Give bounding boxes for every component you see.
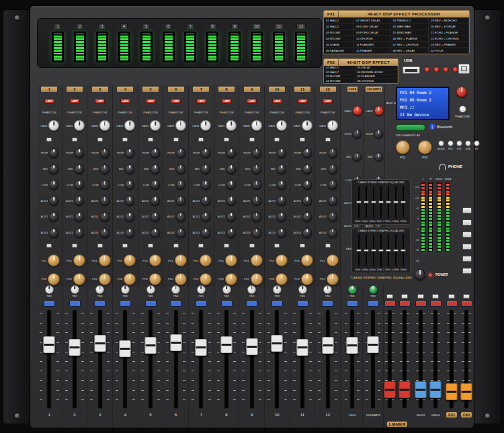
pfl-button[interactable]	[46, 244, 52, 248]
mid-eq-knob[interactable]	[201, 164, 210, 174]
phones-level-knob[interactable]	[415, 269, 425, 280]
low-eq-knob[interactable]	[75, 180, 84, 189]
mode-button-2[interactable]	[456, 140, 462, 146]
channel-fader-track[interactable]	[290, 309, 315, 410]
channel-fader-cap[interactable]	[145, 337, 157, 354]
mid-eq-knob[interactable]	[125, 164, 134, 174]
mute-button[interactable]	[446, 301, 458, 307]
phantom-48v-button[interactable]: +48V	[95, 99, 105, 104]
pan-knob[interactable]	[369, 285, 378, 294]
channel-fader-cap[interactable]	[94, 335, 106, 352]
mute-button[interactable]	[145, 301, 157, 307]
pan-knob[interactable]	[222, 285, 231, 294]
fx-fader-cap[interactable]	[461, 383, 472, 400]
mid-eq-knob[interactable]	[226, 164, 236, 174]
gain-knob[interactable]	[48, 120, 59, 131]
eq-band-slider-1[interactable]	[363, 234, 369, 267]
mid-eq-knob[interactable]	[353, 152, 362, 161]
mid-eq-knob[interactable]	[252, 164, 261, 174]
aux2-knob[interactable]	[201, 212, 210, 222]
fx1-send-knob[interactable]	[200, 254, 212, 267]
group-fader-track[interactable]	[413, 309, 428, 410]
aux1-knob[interactable]	[176, 196, 185, 205]
assign-button-5[interactable]	[462, 256, 472, 262]
aux2-knob[interactable]	[100, 212, 110, 222]
aux3-knob[interactable]	[75, 228, 84, 238]
gain-knob[interactable]	[276, 120, 287, 131]
fx-fader-cap[interactable]	[446, 383, 458, 400]
high-eq-knob[interactable]	[252, 148, 261, 158]
aux3-knob[interactable]	[302, 228, 312, 238]
fx-master-knob-0[interactable]	[396, 140, 410, 154]
pfl-button[interactable]	[72, 244, 77, 248]
fx-master-knob-1[interactable]	[418, 140, 432, 154]
mute-button[interactable]	[322, 301, 333, 307]
aux2-knob[interactable]	[226, 212, 236, 222]
phantom-48v-button[interactable]: +48V	[70, 99, 80, 104]
channel-fader-cap[interactable]	[196, 339, 207, 356]
low-eq-knob[interactable]	[252, 180, 261, 189]
aux3-knob[interactable]	[100, 228, 110, 238]
aux3-knob[interactable]	[328, 228, 337, 238]
lowcut-button[interactable]	[72, 138, 77, 142]
pfl-button[interactable]	[224, 244, 229, 248]
pan-knob[interactable]	[348, 285, 357, 294]
fx1-send-knob[interactable]	[301, 254, 313, 267]
stereo-fader-track[interactable]	[342, 309, 362, 410]
fx1-send-knob[interactable]	[276, 254, 288, 267]
mute-button[interactable]	[347, 301, 358, 307]
low-eq-knob[interactable]	[100, 180, 110, 189]
aux1-knob[interactable]	[75, 196, 84, 205]
mid-eq-knob[interactable]	[374, 152, 383, 161]
high-eq-knob[interactable]	[201, 148, 210, 158]
lowcut-button[interactable]	[249, 138, 255, 142]
fx1-send-knob[interactable]	[327, 254, 339, 267]
pan-knob[interactable]	[197, 285, 206, 294]
fx-fader-track[interactable]	[444, 309, 459, 410]
phantom-48v-button[interactable]: +48V	[120, 99, 130, 104]
low-eq-knob[interactable]	[328, 180, 337, 189]
mute-button[interactable]	[170, 301, 181, 307]
media-button-2[interactable]	[433, 66, 439, 73]
mid-eq-knob[interactable]	[151, 164, 160, 174]
aux1-knob[interactable]	[151, 196, 160, 205]
pan-knob[interactable]	[146, 285, 155, 294]
aux3-knob[interactable]	[226, 228, 236, 238]
gain-knob[interactable]	[175, 120, 186, 131]
gain-knob[interactable]	[124, 120, 135, 131]
channel-fader-cap[interactable]	[170, 334, 181, 351]
phantom-48v-button[interactable]: +48V	[323, 99, 333, 104]
gain-knob[interactable]	[99, 120, 110, 131]
channel-fader-track[interactable]	[113, 309, 138, 410]
pan-knob[interactable]	[323, 285, 332, 294]
eq-band-slider-5[interactable]	[393, 185, 399, 219]
gain-knob[interactable]	[302, 120, 312, 131]
fx1-send-knob[interactable]	[225, 254, 237, 267]
aux2-knob[interactable]	[125, 212, 134, 222]
mode-button-0[interactable]	[438, 140, 444, 146]
high-eq-knob[interactable]	[226, 148, 236, 158]
media-button-4[interactable]	[452, 66, 458, 73]
mid-eq-knob[interactable]	[75, 164, 84, 174]
aux3-knob[interactable]	[201, 228, 210, 238]
channel-fader-cap[interactable]	[246, 338, 257, 355]
aux2-knob[interactable]	[302, 212, 312, 222]
mid-eq-knob[interactable]	[302, 164, 312, 174]
phantom-48v-button[interactable]: +48V	[196, 99, 206, 104]
mute-button[interactable]	[94, 301, 106, 307]
eq-band-slider-3[interactable]	[378, 234, 384, 267]
high-eq-knob[interactable]	[176, 148, 185, 158]
fx1-send-knob[interactable]	[175, 254, 187, 267]
pfl-button[interactable]	[173, 244, 179, 248]
group-fader-cap[interactable]	[415, 381, 427, 398]
mute-button[interactable]	[368, 301, 379, 307]
pfl-button[interactable]	[448, 294, 455, 299]
channel-fader-cap[interactable]	[271, 335, 283, 352]
pfl-button[interactable]	[386, 294, 393, 299]
phantom-48v-button[interactable]: +48V	[247, 99, 257, 104]
mid-eq-knob[interactable]	[100, 164, 110, 174]
lowcut-button[interactable]	[224, 138, 229, 142]
eq-band-slider-0[interactable]	[355, 185, 362, 219]
fx1-send-knob[interactable]	[149, 254, 161, 267]
aux1-knob[interactable]	[226, 196, 236, 205]
